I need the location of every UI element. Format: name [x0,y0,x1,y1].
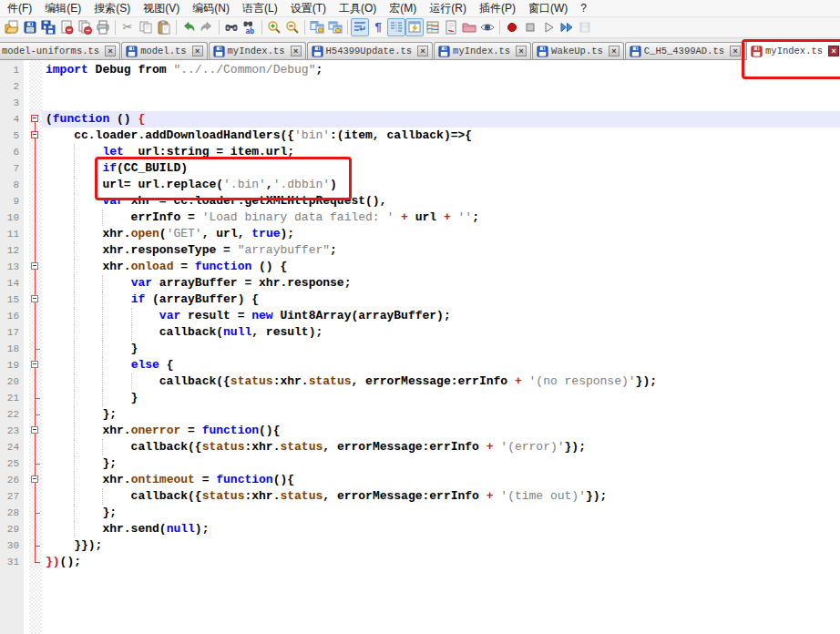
fold-marker[interactable] [29,177,42,193]
fold-marker[interactable] [29,439,42,455]
fold-marker[interactable] [29,291,42,308]
fold-marker[interactable] [29,488,42,505]
code-text[interactable]: callback({status:xhr.status, errorMessag… [42,373,840,390]
code-text[interactable]: var xhr = cc.loader.getXMLHttpRequest(), [42,193,840,210]
menu-item-7[interactable]: 工具(O) [333,0,383,17]
fold-marker[interactable] [29,226,42,242]
show-all-chars-icon[interactable]: ¶ [369,18,387,36]
menu-item-2[interactable]: 搜索(S) [87,0,137,17]
tab-H54399Update-ts-3[interactable]: H54399Update.ts× [307,42,434,59]
doc-map-icon[interactable] [424,18,442,36]
tab-close-icon[interactable]: × [105,46,116,56]
fold-marker[interactable] [29,193,42,210]
fold-marker[interactable] [29,455,42,472]
tab-close-icon[interactable]: × [192,46,203,56]
menu-item-4[interactable]: 编码(N) [186,0,236,17]
fold-marker[interactable] [29,259,42,275]
code-text[interactable]: xhr.onerror = function(){ [42,423,840,439]
function-list-icon[interactable] [442,18,460,36]
indent-guide-icon[interactable] [387,18,405,36]
code-text[interactable]: import Debug from "../../Common/Debug"; [42,62,840,78]
code-text[interactable]: xhr.responseType = "arraybuffer"; [42,242,840,259]
code-text[interactable]: })(); [42,554,840,570]
tab-WakeUp-ts-5[interactable]: WakeUp.ts× [532,42,624,59]
fold-marker[interactable] [29,505,42,521]
fold-marker[interactable] [29,144,42,160]
fold-marker[interactable] [29,406,42,423]
macro-record-icon[interactable] [503,18,521,36]
code-text[interactable]: }; [42,505,840,521]
code-text[interactable]: if (arrayBuffer) { [42,291,840,308]
fold-marker[interactable] [29,111,42,128]
tab-close-icon[interactable]: × [516,46,527,56]
fold-marker[interactable] [29,275,42,291]
fold-marker[interactable] [29,373,42,390]
fold-marker[interactable] [29,210,42,226]
menu-item-3[interactable]: 视图(V) [137,0,186,17]
close-all-icon[interactable] [76,18,94,36]
code-text[interactable]: xhr.ontimeout = function(){ [42,472,840,488]
code-text[interactable]: xhr.send(null); [42,521,840,537]
folder-workspace-icon[interactable] [460,18,478,36]
code-text[interactable]: callback({status:xhr.status, errorMessag… [42,439,840,455]
code-text[interactable]: if(CC_BUILD) [42,160,840,177]
code-text[interactable]: callback(null, result); [42,324,840,341]
menu-item-8[interactable]: 宏(M) [383,0,423,17]
zoom-out-icon[interactable] [283,18,302,36]
menu-item-0[interactable]: 件(F) [1,0,38,17]
code-text[interactable] [42,95,840,111]
code-text[interactable]: var result = new Uint8Array(arrayBuffer)… [42,308,840,324]
code-text[interactable]: var arrayBuffer = xhr.response; [42,275,840,291]
code-text[interactable]: errInfo = 'Load binary data failed: ' + … [42,210,840,226]
sync-horizontal-icon[interactable] [326,18,344,36]
code-text[interactable]: url= url.replace('.bin','.dbbin') [42,177,840,193]
menu-item-6[interactable]: 设置(T) [284,0,333,17]
code-text[interactable]: let url:string = item.url; [42,144,840,160]
tab-close-icon[interactable]: × [828,46,839,56]
save-all-icon[interactable] [39,18,57,36]
fold-marker[interactable] [29,390,42,406]
tab-model-ts-1[interactable]: model.ts× [121,42,207,59]
menu-item-1[interactable]: 编辑(E) [38,0,87,17]
fold-marker[interactable] [29,128,42,144]
code-text[interactable]: }; [42,406,840,423]
fold-marker[interactable] [29,324,42,341]
fold-marker[interactable] [29,160,42,177]
paste-icon[interactable] [155,18,173,36]
copy-icon[interactable] [137,18,155,36]
find-icon[interactable] [222,18,241,36]
code-text[interactable]: xhr.open('GET', url, true); [42,226,840,242]
code-text[interactable]: }}); [42,537,840,554]
code-text[interactable]: }; [42,455,840,472]
tab-myIndex-ts-2[interactable]: myIndex.ts× [209,42,306,59]
tab-C_H5_4399AD-ts-6[interactable]: C_H5_4399AD.ts× [625,42,745,59]
macro-stop-icon[interactable] [521,18,539,36]
tab-model-uniforms-ts-0[interactable]: model-uniforms.ts× [0,42,120,59]
code-text[interactable]: cc.loader.addDownloadHandlers({'bin':(it… [42,128,840,144]
code-editor[interactable]: 1import Debug from "../../Common/Debug";… [0,60,840,634]
fold-marker[interactable] [29,308,42,324]
tab-close-icon[interactable]: × [609,46,620,56]
monitor-icon[interactable] [478,18,497,36]
menu-item-9[interactable]: 运行(R) [423,0,473,17]
code-text[interactable]: else { [42,357,840,373]
user-dialog-icon[interactable] [405,18,424,36]
tab-close-icon[interactable]: × [417,46,428,56]
tab-close-icon[interactable]: × [291,46,302,56]
word-wrap-icon[interactable] [351,18,369,36]
replace-icon[interactable]: ab [241,18,259,36]
code-text[interactable]: callback({status:xhr.status, errorMessag… [42,488,840,505]
open-file-icon[interactable] [3,18,21,36]
macro-play-icon[interactable] [539,18,558,36]
fold-marker[interactable] [29,242,42,259]
fold-marker[interactable] [29,423,42,439]
fold-marker[interactable] [29,521,42,537]
tab-myIndex-ts-7[interactable]: myIndex.ts× [746,39,840,60]
save-icon[interactable] [21,18,39,36]
fold-marker[interactable] [29,554,42,570]
code-text[interactable]: } [42,390,840,406]
menu-item-5[interactable]: 语言(L) [236,0,284,17]
cut-icon[interactable]: ✂ [118,18,137,36]
tab-close-icon[interactable]: × [730,46,741,56]
menu-item-12[interactable]: ? [574,1,593,15]
